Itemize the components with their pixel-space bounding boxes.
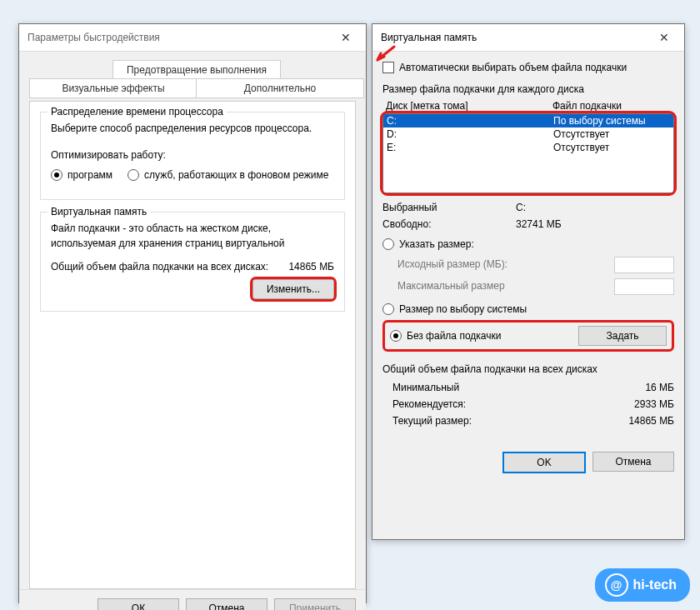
group-virtual-memory: Виртуальная память Файл подкачки - это о… <box>40 212 345 312</box>
vm-total-label: Общий объем файла подкачки на всех диска… <box>51 259 268 274</box>
each-drive-label: Размер файла подкачки для каждого диска <box>382 82 674 97</box>
vm-total-value: 14865 МБ <box>288 259 334 274</box>
radio-system-managed[interactable] <box>382 303 394 315</box>
vm-desc: Файл подкачки - это область на жестком д… <box>51 221 334 251</box>
cancel-button[interactable]: Отмена <box>592 452 674 472</box>
group-legend: Виртуальная память <box>48 206 150 218</box>
cur-value: 14865 МБ <box>628 413 674 428</box>
set-button[interactable]: Задать <box>578 326 667 346</box>
initial-size-label: Исходный размер (МБ): <box>398 257 508 273</box>
radio-no-paging-label: Без файла подкачки <box>407 328 501 343</box>
max-size-label: Максимальный размер <box>398 278 505 295</box>
close-icon[interactable]: ✕ <box>649 28 679 47</box>
watermark-text: hi-tech <box>633 578 677 592</box>
ok-button[interactable]: ОК <box>98 598 179 610</box>
virtual-memory-window: Виртуальная память ✕ Автоматически выбир… <box>372 23 685 540</box>
ok-button[interactable]: OK <box>502 452 586 473</box>
radio-system-label: Размер по выбору системы <box>399 302 527 317</box>
col-drive: Диск [метка тома] <box>386 98 552 113</box>
cur-label: Текущий размер: <box>392 413 526 428</box>
rec-value: 2933 МБ <box>634 397 674 412</box>
rec-label: Рекомендуется: <box>392 397 526 412</box>
drive-row[interactable]: D: Отсутствует <box>383 128 673 141</box>
at-icon: @ <box>605 573 628 597</box>
radio-custom-size[interactable] <box>382 238 394 250</box>
annotation-arrow-icon <box>369 45 402 67</box>
auto-manage-label: Автоматически выбирать объем файла подка… <box>399 60 627 75</box>
advanced-panel: Распределение времени процессора Выберит… <box>29 101 356 589</box>
tab-row: Предотвращение выполнения данных Визуаль… <box>29 60 356 98</box>
initial-size-input[interactable] <box>614 257 674 273</box>
tab-advanced[interactable]: Дополнительно <box>196 78 364 98</box>
cpu-desc: Выберите способ распределения ресурсов п… <box>51 121 334 136</box>
titlebar: Параметры быстродействия ✕ <box>19 24 366 52</box>
radio-no-paging[interactable] <box>390 330 402 342</box>
free-space-label: Свободно: <box>382 217 516 232</box>
radio-services-label: служб, работающих в фоновом режиме <box>144 168 328 182</box>
group-cpu-scheduling: Распределение времени процессора Выберит… <box>40 112 345 200</box>
radio-custom-label: Указать размер: <box>399 237 474 252</box>
selected-drive-label: Выбранный <box>382 200 516 215</box>
drive-letter: D: <box>387 128 553 140</box>
drive-letter: E: <box>387 142 553 153</box>
drive-row[interactable]: E: Отсутствует <box>383 141 673 154</box>
window-title: Параметры быстродействия <box>28 32 331 43</box>
radio-programs-label: программ <box>68 168 112 182</box>
group-legend: Распределение времени процессора <box>48 106 227 118</box>
tab-visual-effects[interactable]: Визуальные эффекты <box>29 78 198 98</box>
radio-services[interactable] <box>128 169 139 181</box>
drive-letter: C: <box>387 115 553 127</box>
optimize-label: Оптимизировать работу: <box>51 148 334 162</box>
change-button[interactable]: Изменить... <box>252 279 334 299</box>
min-label: Минимальный <box>392 380 526 395</box>
apply-button[interactable]: Применить <box>274 598 356 610</box>
performance-options-window: Параметры быстродействия ✕ Предотвращени… <box>18 23 367 603</box>
drive-paging: Отсутствует <box>553 128 670 140</box>
close-icon[interactable]: ✕ <box>331 28 361 47</box>
col-paging: Файл подкачки <box>552 98 622 113</box>
drive-row[interactable]: C: По выбору системы <box>383 114 673 128</box>
cancel-button[interactable]: Отмена <box>186 598 268 610</box>
min-value: 16 МБ <box>645 380 674 395</box>
titlebar: Виртуальная память ✕ <box>372 24 684 52</box>
radio-programs[interactable] <box>51 169 62 181</box>
window-title: Виртуальная память <box>381 32 649 43</box>
free-space-value: 32741 МБ <box>516 217 674 232</box>
drive-paging: Отсутствует <box>553 142 670 153</box>
drive-paging: По выбору системы <box>553 115 670 127</box>
selected-drive-value: C: <box>516 200 674 215</box>
watermark-badge: @ hi-tech <box>595 568 690 602</box>
totals-heading: Общий объем файла подкачки на всех диска… <box>382 362 674 377</box>
dialog-buttons: ОК Отмена Применить <box>19 589 366 610</box>
drive-list[interactable]: C: По выбору системы D: Отсутствует E: О… <box>382 113 674 193</box>
max-size-input[interactable] <box>614 278 674 295</box>
